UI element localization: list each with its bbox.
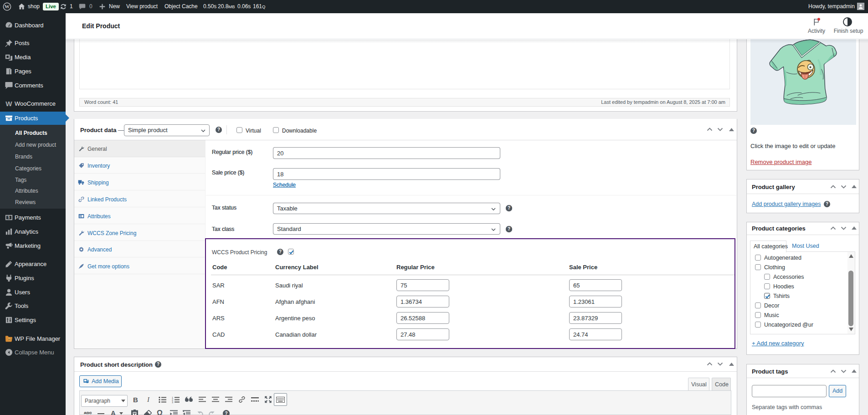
svg-text:W: W (8, 338, 11, 341)
svg-text:W: W (5, 100, 12, 108)
svg-text:3: 3 (172, 401, 173, 403)
svg-text:W: W (5, 4, 10, 9)
svg-text:$: $ (8, 215, 10, 220)
